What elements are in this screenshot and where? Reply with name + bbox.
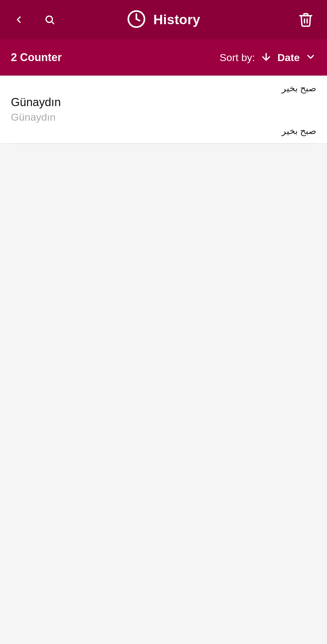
- app-bar: History: [0, 0, 327, 39]
- item-target-text: صبح بخير: [11, 125, 316, 136]
- item-original-text: Günaydın: [11, 111, 316, 123]
- delete-button[interactable]: [296, 9, 316, 30]
- item-source-text: صبح بخير: [11, 83, 316, 93]
- page-title: History: [153, 12, 200, 27]
- counter-label: 2 Counter: [11, 51, 62, 64]
- sort-date-label: Date: [277, 52, 300, 63]
- sort-down-icon: [260, 51, 272, 64]
- item-translation-text: Günaydın: [11, 96, 316, 109]
- app-bar-left: [11, 12, 58, 28]
- app-bar-center: History: [127, 9, 200, 30]
- list-item[interactable]: صبح بخير Günaydın Günaydın صبح بخير: [0, 76, 327, 144]
- list-divider: [11, 144, 316, 144]
- sort-by-label: Sort by:: [220, 52, 255, 63]
- search-button[interactable]: [42, 12, 58, 28]
- sort-section: Sort by: Date: [220, 51, 316, 64]
- app-bar-right: [296, 9, 316, 30]
- sub-bar: 2 Counter Sort by: Date: [0, 39, 327, 76]
- history-list: صبح بخير Günaydın Günaydın صبح بخير: [0, 76, 327, 644]
- svg-line-1: [52, 22, 54, 24]
- chevron-down-icon: [305, 51, 316, 63]
- clock-icon: [127, 9, 146, 30]
- back-button[interactable]: [11, 12, 27, 28]
